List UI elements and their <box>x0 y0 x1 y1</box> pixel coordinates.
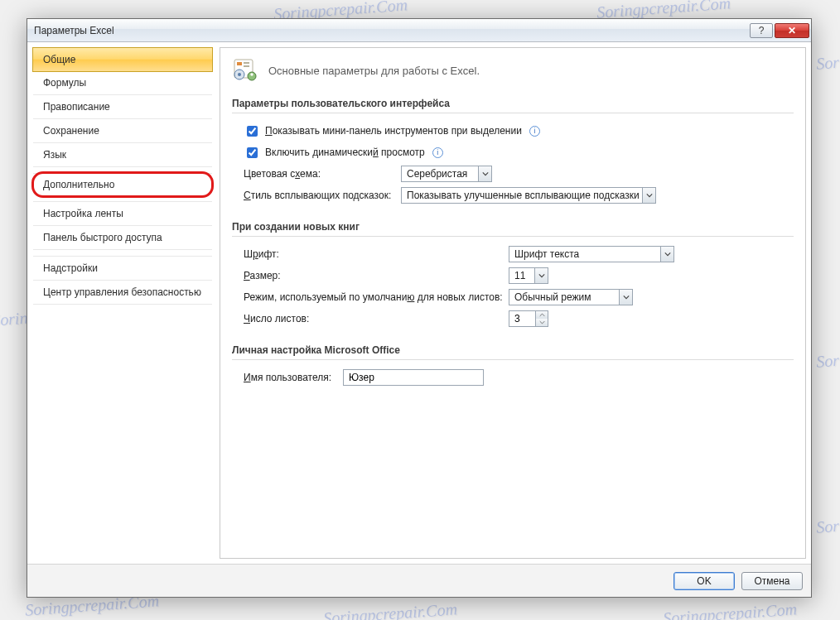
dialog-footer: OK Отмена <box>27 564 811 597</box>
page-header: Основные параметры для работы с Excel. <box>232 53 794 94</box>
label-tooltip-style: Стиль всплывающих подсказок: <box>244 190 401 201</box>
sidebar-item-general[interactable]: Общие <box>32 47 213 72</box>
ok-button[interactable]: OK <box>673 572 735 590</box>
watermark: Soringpcrepair.Com <box>815 343 840 371</box>
chevron-down-icon <box>534 268 548 283</box>
label-sheets: Число листов: <box>244 313 509 324</box>
sidebar: Общие Формулы Правописание Сохранение Яз… <box>32 47 213 559</box>
label-font: Шрифт: <box>244 248 509 260</box>
input-username[interactable]: Юзер <box>343 369 484 386</box>
content-panel: Основные параметры для работы с Excel. П… <box>220 47 806 559</box>
section-newbook-title: При создании новых книг <box>232 218 794 237</box>
combo-tooltip-style[interactable]: Показывать улучшенные всплывающие подска… <box>401 187 656 204</box>
watermark: Soringpcrepair.Com <box>662 599 797 620</box>
sidebar-item-quick-access[interactable]: Панель быстрого доступа <box>33 226 212 250</box>
options-icon <box>232 58 260 83</box>
section-personal-title: Личная настройка Microsoft Office <box>232 341 794 360</box>
sidebar-item-proofing[interactable]: Правописание <box>33 95 212 119</box>
label-default-view: Режим, используемый по умолчанию для нов… <box>244 291 509 303</box>
info-icon[interactable]: i <box>529 126 540 137</box>
spinner-down-icon[interactable] <box>536 319 548 326</box>
page-title: Основные параметры для работы с Excel. <box>268 65 480 77</box>
watermark: Soringpcrepair.Com <box>815 508 840 536</box>
close-button[interactable]: ✕ <box>775 23 809 38</box>
close-icon: ✕ <box>788 25 796 36</box>
input-username-value: Юзер <box>349 372 374 383</box>
chk-mini-toolbar-label: ППоказывать мини-панель инструментов при… <box>265 125 522 137</box>
combo-tooltip-style-value: Показывать улучшенные всплывающие подска… <box>407 190 640 201</box>
chk-live-preview[interactable] <box>247 147 258 158</box>
titlebar[interactable]: Параметры Excel ? ✕ <box>27 19 811 42</box>
svg-point-7 <box>250 73 253 75</box>
svg-rect-1 <box>237 62 242 65</box>
spinner-sheets[interactable]: 3 <box>509 310 548 327</box>
row-color-scheme: Цветовая схема: Серебристая <box>244 165 794 183</box>
row-username: Имя пользователя: Юзер <box>244 368 794 387</box>
watermark: Soringpcrepair.Com <box>322 599 457 620</box>
help-icon: ? <box>759 25 765 36</box>
sidebar-item-trust-center[interactable]: Центр управления безопасностью <box>33 281 212 305</box>
sidebar-item-advanced[interactable]: Дополнительно <box>31 171 214 198</box>
chk-live-preview-row: Включить динамический просмотр i <box>244 143 794 161</box>
sidebar-item-save[interactable]: Сохранение <box>33 119 212 143</box>
spinner-up-icon[interactable] <box>536 311 548 319</box>
section-personal: Личная настройка Microsoft Office Имя по… <box>232 341 794 387</box>
svg-rect-2 <box>244 62 249 64</box>
sidebar-item-language[interactable]: Язык <box>33 143 212 167</box>
combo-size-value: 11 <box>514 270 525 281</box>
row-size: Размер: 11 <box>244 267 794 285</box>
combo-font-value: Шрифт текста <box>514 248 579 260</box>
label-size: Размер: <box>244 270 509 281</box>
row-font: Шрифт: Шрифт текста <box>244 245 794 263</box>
cancel-button[interactable]: Отмена <box>741 572 803 590</box>
window-title: Параметры Excel <box>34 25 748 36</box>
combo-color-scheme-value: Серебристая <box>407 168 467 180</box>
watermark: Soringpcrepair.Com <box>815 45 840 73</box>
section-ui-title: Параметры пользовательского интерфейса <box>232 94 794 113</box>
section-ui: Параметры пользовательского интерфейса П… <box>232 94 794 204</box>
chevron-down-icon <box>478 166 491 181</box>
help-button[interactable]: ? <box>750 23 773 38</box>
sidebar-item-addins[interactable]: Надстройки <box>33 257 212 281</box>
sidebar-item-formulas[interactable]: Формулы <box>33 71 212 95</box>
chk-live-preview-label: Включить динамический просмотр <box>265 147 425 158</box>
chk-mini-toolbar-row: ППоказывать мини-панель инструментов при… <box>244 122 794 140</box>
row-tooltip-style: Стиль всплывающих подсказок: Показывать … <box>244 186 794 204</box>
dialog-body: Общие Формулы Правописание Сохранение Яз… <box>27 42 811 564</box>
sidebar-item-customize-ribbon[interactable]: Настройка ленты <box>33 202 212 226</box>
combo-color-scheme[interactable]: Серебристая <box>401 166 492 182</box>
chevron-down-icon <box>660 247 673 262</box>
combo-default-view[interactable]: Обычный режим <box>509 289 633 305</box>
chk-mini-toolbar[interactable] <box>247 126 258 137</box>
section-newbook: При создании новых книг Шрифт: Шрифт тек… <box>232 218 794 328</box>
info-icon[interactable]: i <box>432 147 443 158</box>
options-dialog: Параметры Excel ? ✕ Общие Формулы Правоп… <box>27 18 812 598</box>
spinner-sheets-value: 3 <box>509 311 525 326</box>
chevron-down-icon <box>642 188 655 203</box>
label-username: Имя пользователя: <box>244 372 343 383</box>
combo-default-view-value: Обычный режим <box>514 291 591 303</box>
row-default-view: Режим, используемый по умолчанию для нов… <box>244 288 794 306</box>
combo-size[interactable]: 11 <box>509 267 548 284</box>
svg-point-5 <box>238 73 241 76</box>
sidebar-separator <box>33 250 212 257</box>
row-sheets: Число листов: 3 <box>244 310 794 328</box>
svg-rect-3 <box>244 65 249 67</box>
combo-font[interactable]: Шрифт текста <box>509 246 674 262</box>
chevron-down-icon <box>619 290 632 305</box>
label-color-scheme: Цветовая схема: <box>244 168 401 180</box>
